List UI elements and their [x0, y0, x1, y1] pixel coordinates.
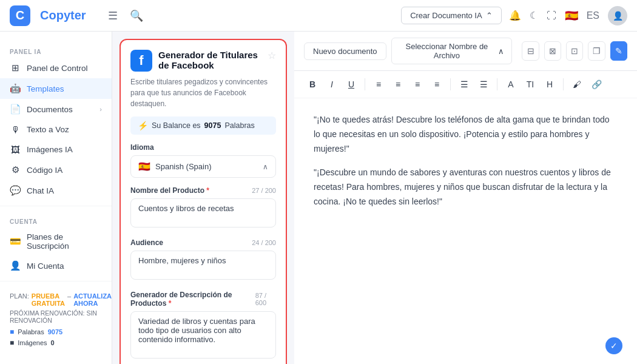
card-icon: 💳 [10, 236, 21, 247]
grid-icon: ⊞ [10, 62, 21, 73]
renovacion-row: PRÓXIMA RENOVACIÓN: SIN RENOVACIÓN [10, 309, 102, 324]
heading-button[interactable]: TI [522, 76, 539, 93]
search-icon[interactable]: 🔍 [127, 7, 146, 25]
card-title: Generador de Titulares de Facebook [158, 50, 261, 70]
font-size-button[interactable]: A [502, 76, 519, 93]
sidebar-item-imagenes-ia[interactable]: 🖼 Imágenes IA [0, 140, 112, 160]
plan-separator: – [67, 292, 71, 307]
balance-number: 9075 [204, 121, 221, 130]
italic-button[interactable]: I [323, 76, 340, 93]
imagenes-val: 0 [51, 339, 55, 346]
idioma-label: Idioma [130, 143, 154, 152]
mic-icon: 🎙 [10, 124, 21, 135]
toolbar-icon-4[interactable]: ❐ [588, 41, 605, 61]
imagenes-label: Imágenes [18, 339, 47, 346]
menu-icon[interactable]: ☰ [106, 7, 120, 25]
user-avatar[interactable]: 👤 [608, 6, 627, 25]
sidebar-item-planes[interactable]: 💳 Planes de Suscripción [0, 228, 112, 255]
lang-name: Spanish (Spain) [155, 162, 258, 171]
format-bar: B I U ≡ ≡ ≡ ≡ ☰ ☰ A TI H 🖌 [294, 71, 637, 98]
sidebar-item-templates[interactable]: 🤖 Templates [0, 78, 112, 99]
right-toolbar: Nuevo documento Seleccionar Nombre de Ar… [294, 32, 637, 71]
desc-char-count: 87 / 600 [255, 292, 276, 306]
plan-box: PLAN: PRUEBA GRATUITA – ACTUALIZAR AHORA… [0, 286, 112, 353]
sidebar-label-texto-voz: Texto a Voz [27, 125, 69, 134]
chat-icon: 💬 [10, 185, 21, 196]
imagenes-icon: ■ [10, 339, 14, 347]
crear-label: Crear Documento IA [410, 11, 482, 20]
idioma-section: Idioma 🇪🇸 Spanish (Spain) ∧ [130, 143, 276, 178]
sidebar-label-imagenes-ia: Imágenes IA [27, 145, 73, 154]
logo-icon: C [10, 5, 30, 26]
chevron-up-icon: ⌃ [486, 11, 493, 20]
align-center-button[interactable]: ≡ [389, 76, 406, 93]
sidebar-item-texto-voz[interactable]: 🎙 Texto a Voz [0, 120, 112, 140]
toolbar-icon-2[interactable]: ⊠ [544, 41, 561, 61]
sidebar-label-planes: Planes de Suscripción [27, 232, 102, 251]
list-ordered-button[interactable]: ☰ [456, 76, 473, 93]
balance-bar: ⚡ Su Balance es 9075 Palabras [130, 116, 276, 135]
doc-icon: 📄 [10, 104, 21, 115]
sidebar-item-chat-ia[interactable]: 💬 Chat IA [0, 180, 112, 201]
topnav: C Copyter ☰ 🔍 Crear Documento IA ⌃ 🔔 ☾ ⛶… [0, 0, 637, 32]
balance-label: Su Balance es [152, 121, 201, 130]
code-icon: ⚙ [10, 164, 21, 175]
sidebar-item-mi-cuenta[interactable]: 👤 Mi Cuenta [0, 255, 112, 276]
align-right-button[interactable]: ≡ [409, 76, 426, 93]
doc-name-button[interactable]: Nuevo documento [304, 42, 386, 60]
sidebar-label-mi-cuenta: Mi Cuenta [27, 261, 64, 271]
lang-code: ES [587, 10, 599, 21]
toolbar-icon-1[interactable]: ⊟ [522, 41, 539, 61]
sidebar-item-documentos[interactable]: 📄 Documentos › [0, 99, 112, 120]
sidebar-item-codigo-ia[interactable]: ⚙ Código IA [0, 160, 112, 180]
palabras-icon: ■ [10, 328, 14, 336]
align-left-button[interactable]: ≡ [370, 76, 387, 93]
facebook-icon: f [130, 50, 152, 72]
chevron-right-icon: › [99, 106, 102, 113]
align-justify-button[interactable]: ≡ [428, 76, 445, 93]
link-button[interactable]: 🔗 [588, 76, 605, 93]
underline-button[interactable]: U [343, 76, 360, 93]
editor-paragraph-1: "¡No te quedes atrás! Descubre los teléf… [314, 113, 618, 156]
palabras-label: Palabras [18, 328, 44, 335]
desc-input[interactable]: Variedad de libros y cuentas para todo t… [130, 311, 276, 359]
palabras-val: 9075 [48, 328, 62, 335]
nombre-section: Nombre del Producto * 27 / 200 Cuentos y… [130, 186, 276, 230]
templates-icon: 🤖 [10, 83, 21, 94]
chevron-up-icon: ∧ [263, 163, 268, 171]
template-card: f Generador de Titulares de Facebook ☆ E… [120, 39, 287, 364]
plan-upgrade-link[interactable]: ACTUALIZAR AHORA [73, 292, 112, 307]
list-unordered-button[interactable]: ☰ [475, 76, 492, 93]
notification-icon[interactable]: 🔔 [509, 10, 521, 21]
sidebar-label-chat-ia: Chat IA [27, 186, 54, 195]
user-icon: 👤 [10, 260, 21, 271]
editor-paragraph-2: "¡Descubre un mundo de sabores y aventur… [314, 166, 618, 209]
heading2-button[interactable]: H [541, 76, 558, 93]
sidebar-item-panel-control[interactable]: ⊞ Panel de Control [0, 58, 112, 78]
expand-icon[interactable]: ⛶ [547, 10, 556, 21]
sel-name-label: Seleccionar Nombre de Archivo [399, 42, 495, 60]
moon-icon[interactable]: ☾ [530, 10, 538, 21]
bold-button[interactable]: B [304, 76, 321, 93]
plan-label: PLAN: [10, 292, 29, 307]
star-icon[interactable]: ☆ [268, 50, 276, 61]
logo-text: Copyter [40, 8, 86, 22]
toolbar-icon-5[interactable]: ✎ [610, 41, 627, 61]
desc-required: * [169, 299, 172, 308]
sidebar-label-panel-control: Panel de Control [27, 64, 88, 73]
nombre-input[interactable]: Cuentos y libros de recetas [130, 198, 276, 228]
crear-documento-button[interactable]: Crear Documento IA ⌃ [401, 7, 502, 24]
editor-area[interactable]: "¡No te quedes atrás! Descubre los teléf… [294, 98, 637, 364]
desc-section: Generador de Descripción de Productos * … [130, 291, 276, 364]
plan-free-link[interactable]: PRUEBA GRATUITA [32, 292, 65, 307]
toolbar-icon-3[interactable]: ⊡ [566, 41, 583, 61]
right-panel: Nuevo documento Seleccionar Nombre de Ar… [294, 32, 637, 364]
language-select[interactable]: 🇪🇸 Spanish (Spain) ∧ [130, 155, 276, 178]
language-flag[interactable]: 🇪🇸 [565, 9, 578, 22]
panel-ia-label: PANEL IA [0, 41, 112, 58]
bottom-confirm-button[interactable]: ✓ [605, 337, 622, 354]
audience-input[interactable]: Hombre, mujeres y niños [130, 251, 276, 280]
brush-button[interactable]: 🖌 [568, 76, 585, 93]
chevron-up-icon: ∧ [498, 47, 504, 56]
select-name-button[interactable]: Seleccionar Nombre de Archivo ∧ [391, 38, 513, 64]
